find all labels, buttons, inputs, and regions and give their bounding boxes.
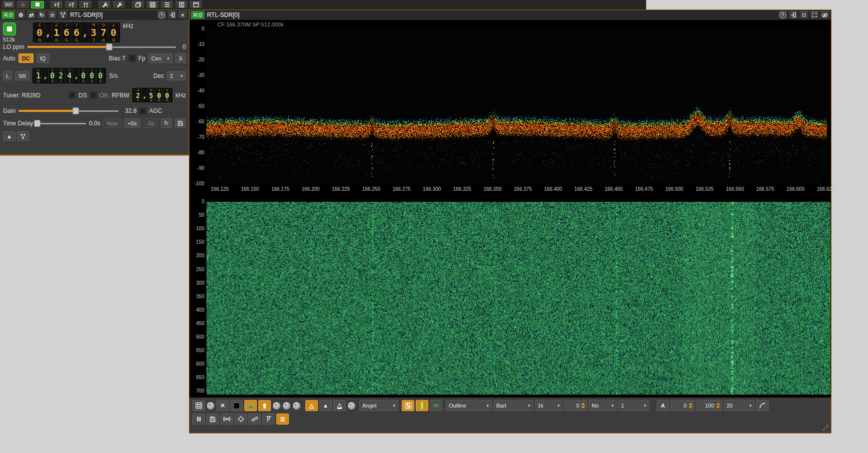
- gear-icon[interactable]: ⚙: [16, 11, 25, 19]
- slider-handle[interactable]: [106, 43, 112, 50]
- rf-bandwidth-display[interactable]: 321,654109109: [132, 88, 172, 102]
- max-hold-icon[interactable]: [258, 400, 271, 411]
- save-floppy-icon[interactable]: [206, 414, 219, 425]
- channels-graph-icon[interactable]: [17, 131, 29, 141]
- plus-5s-button[interactable]: +5s: [124, 118, 140, 128]
- workspace-button[interactable]: W0: [2, 1, 15, 8]
- digit-cell[interactable]: 321: [134, 89, 141, 101]
- lo-ppm-slider[interactable]: [27, 43, 176, 50]
- expand-icon[interactable]: [810, 11, 819, 19]
- channels-icon[interactable]: [58, 11, 67, 19]
- markers-crosshair-icon[interactable]: [234, 414, 247, 425]
- digit-cell[interactable]: 543: [65, 69, 73, 82]
- now-button[interactable]: Now: [103, 118, 121, 128]
- resize-grip[interactable]: [823, 425, 830, 432]
- device-window-titlebar[interactable]: R:0 ⚙ ⇄ ↻ ☆ RTL-SDR[0] ? ×: [0, 10, 189, 20]
- sr-toggle-button[interactable]: SR: [15, 71, 29, 80]
- hide-eye-icon[interactable]: [820, 11, 830, 19]
- 3d-spectrogram-icon[interactable]: 3D: [430, 400, 442, 411]
- offset-tuning-checkbox[interactable]: [90, 92, 96, 98]
- decay-divisor-dial[interactable]: [282, 402, 291, 410]
- freeze-pause-icon[interactable]: [192, 414, 205, 425]
- digit-cell[interactable]: 654: [147, 89, 154, 101]
- trace-current-icon[interactable]: △: [305, 400, 318, 411]
- start-stop-button[interactable]: [3, 22, 16, 35]
- digit-cell[interactable]: 109: [155, 89, 162, 101]
- spectrum-display[interactable]: CF:166.370M SP:512.000k 0-10-20-30-40-50…: [189, 20, 831, 398]
- style-dropdown[interactable]: Outline▾: [446, 400, 492, 411]
- digit-cell[interactable]: 432: [89, 23, 98, 41]
- trace-average-icon[interactable]: △: [333, 400, 346, 411]
- ref-level-auto-button[interactable]: A: [657, 400, 669, 411]
- digit-cell[interactable]: 109: [109, 23, 118, 41]
- spin-arrows-icon[interactable]: [581, 403, 585, 409]
- help-icon[interactable]: ?: [157, 11, 166, 19]
- decimation-dropdown[interactable]: 2▾: [167, 71, 186, 80]
- sample-rate-display[interactable]: 210,109321543,109109109: [32, 68, 106, 83]
- local-oscillator-button[interactable]: L: [3, 71, 12, 80]
- spectrum-window-titlebar[interactable]: R:0 RTL-SDR[0] ?: [189, 10, 831, 20]
- iq-imbalance-button[interactable]: IQ: [36, 53, 49, 63]
- digit-cell[interactable]: 109: [48, 69, 56, 82]
- center-frequency-display[interactable]: 109,210765765,432876109: [33, 22, 120, 42]
- presets-star-icon[interactable]: ☆: [47, 11, 57, 19]
- digit-cell[interactable]: 109: [88, 69, 95, 82]
- help-icon[interactable]: ?: [778, 11, 788, 19]
- ref-level-spinbox[interactable]: 0: [671, 400, 695, 411]
- fft-size-dropdown[interactable]: 1k▾: [535, 400, 563, 411]
- clear-spectrum-icon[interactable]: ✕: [216, 400, 229, 411]
- digit-cell[interactable]: 109: [96, 69, 104, 82]
- averaging-count-dropdown[interactable]: 1▾: [618, 400, 649, 411]
- ruler-icon[interactable]: [248, 414, 261, 425]
- spin-arrows-icon[interactable]: [716, 403, 720, 409]
- dc-block-button[interactable]: DC: [18, 53, 33, 63]
- close-icon[interactable]: ×: [178, 11, 187, 19]
- add-feature-icon[interactable]: [98, 1, 111, 8]
- background-color-swatch[interactable]: [230, 400, 243, 411]
- spin-arrows-icon[interactable]: [689, 403, 693, 409]
- measurements-caliper-icon[interactable]: [262, 414, 275, 425]
- cascade-windows-icon[interactable]: [131, 1, 144, 8]
- time-delay-slider[interactable]: [36, 120, 86, 127]
- slider-handle[interactable]: [72, 107, 79, 114]
- reload-device-icon[interactable]: ↻: [37, 11, 46, 19]
- histogram-icon[interactable]: [244, 400, 257, 411]
- transverter-button[interactable]: X: [175, 53, 186, 63]
- power-range-spinbox[interactable]: 100: [696, 400, 722, 411]
- digit-cell[interactable]: 109: [163, 89, 170, 101]
- grid-intensity-dial[interactable]: [206, 402, 215, 410]
- add-mimo-device-icon[interactable]: [79, 1, 92, 8]
- save-buffer-icon[interactable]: [175, 118, 186, 128]
- stack-windows-icon[interactable]: [160, 1, 173, 8]
- replay-loop-icon[interactable]: ↻: [161, 118, 172, 128]
- digit-cell[interactable]: 876: [99, 23, 108, 41]
- direct-sampling-checkbox[interactable]: [69, 92, 75, 98]
- averaging-mode-dropdown[interactable]: No▾: [589, 400, 617, 411]
- log-scale-arc-icon[interactable]: [756, 400, 769, 411]
- swap-device-icon[interactable]: ⇄: [26, 11, 36, 19]
- bias-t-checkbox[interactable]: [129, 55, 135, 61]
- stroke-dial[interactable]: [292, 402, 301, 410]
- fc-position-dropdown[interactable]: Cen▾: [148, 53, 172, 63]
- tile-windows-icon[interactable]: [146, 1, 159, 8]
- colormap-bar-icon[interactable]: [416, 400, 428, 411]
- gain-slider[interactable]: [18, 107, 118, 114]
- tabbed-windows-icon[interactable]: [175, 1, 188, 8]
- feature-presets-icon[interactable]: [112, 1, 125, 8]
- fft-window-dropdown[interactable]: Bart▾: [493, 400, 533, 411]
- digit-cell[interactable]: 321: [57, 69, 64, 82]
- normal-windows-icon[interactable]: [189, 1, 202, 8]
- digit-cell[interactable]: 109: [79, 69, 87, 82]
- decay-dial[interactable]: [272, 402, 281, 410]
- digit-cell[interactable]: 210: [52, 23, 61, 41]
- add-channel-triangle-icon[interactable]: ▲: [3, 131, 15, 141]
- colormap-dropdown[interactable]: Angel▾: [359, 400, 398, 411]
- settings-menu-icon[interactable]: [276, 414, 289, 425]
- minus-5s-button[interactable]: -5s: [143, 118, 158, 128]
- annotations-broadcast-icon[interactable]: [220, 414, 233, 425]
- waterfall-toggle-icon[interactable]: [402, 400, 414, 411]
- active-indicator-icon[interactable]: [31, 1, 44, 8]
- digit-cell[interactable]: 210: [34, 69, 42, 82]
- waterfall-canvas[interactable]: [206, 202, 831, 395]
- digit-cell[interactable]: 109: [35, 23, 44, 41]
